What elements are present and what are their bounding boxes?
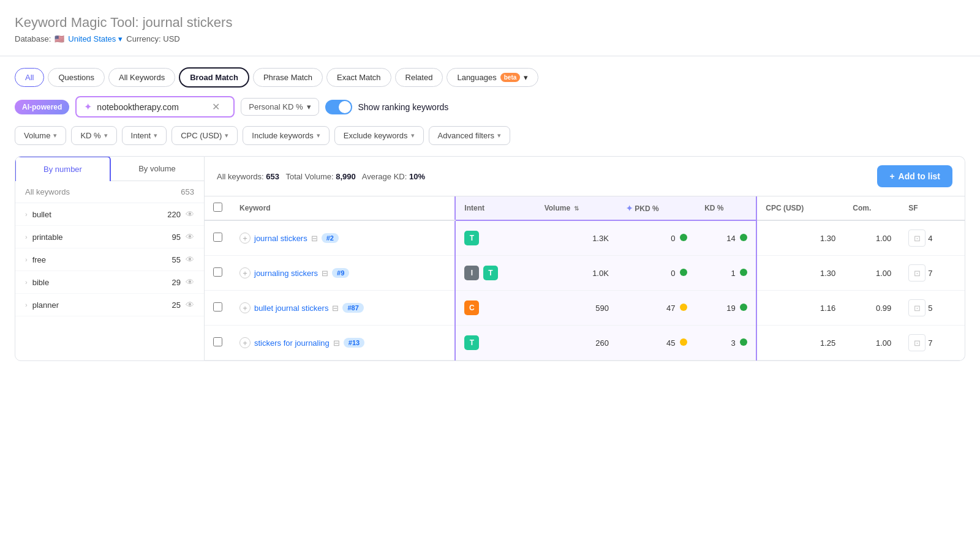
cpc-filter[interactable]: CPC (USD) ▾: [172, 126, 238, 145]
chevron-down-icon: ▾: [411, 132, 415, 140]
sidebar-all-keywords-count: 653: [181, 187, 194, 196]
eye-icon[interactable]: 👁: [186, 300, 194, 310]
include-keywords-filter[interactable]: Include keywords ▾: [243, 126, 329, 145]
table-view-icon[interactable]: ⊟: [322, 269, 328, 278]
clear-domain-button[interactable]: ✕: [212, 101, 220, 113]
chevron-down-icon: ▾: [497, 132, 501, 140]
intent-badge-i: I: [464, 266, 479, 280]
chevron-right-icon[interactable]: ›: [25, 301, 28, 308]
select-all-checkbox[interactable]: [213, 203, 222, 212]
eye-icon[interactable]: 👁: [186, 255, 194, 264]
domain-input[interactable]: [97, 102, 207, 112]
exclude-keywords-filter[interactable]: Exclude keywords ▾: [334, 126, 424, 145]
tab-broad-match[interactable]: Broad Match: [179, 67, 249, 88]
keyword-link[interactable]: stickers for journaling: [254, 338, 330, 348]
chevron-down-icon: ▾: [317, 132, 320, 140]
pkd-dot-green: [680, 234, 687, 241]
table-view-icon[interactable]: ⊟: [332, 304, 339, 313]
intent-column-header: Intent: [455, 196, 535, 220]
tab-phrase-match[interactable]: Phrase Match: [253, 68, 323, 87]
add-keyword-icon[interactable]: +: [239, 233, 251, 244]
header-divider: [0, 56, 980, 56]
rank-badge: #2: [322, 233, 339, 243]
main-area: By number By volume All keywords 653 › b…: [15, 156, 965, 361]
table-view-icon[interactable]: ⊟: [311, 234, 318, 243]
sidebar-items-container: › bullet 220 👁 › printable 95 👁 › free 5…: [15, 203, 204, 316]
row-checkbox[interactable]: [213, 337, 222, 346]
flag-icon: 🇺🇸: [55, 34, 64, 43]
kd-dot-green: [740, 234, 747, 241]
add-keyword-icon[interactable]: +: [239, 302, 251, 313]
chevron-right-icon[interactable]: ›: [25, 233, 28, 241]
row-checkbox[interactable]: [213, 233, 222, 242]
serp-icon[interactable]: ⊡: [908, 334, 925, 351]
kd-filter[interactable]: KD % ▾: [71, 126, 116, 145]
keyword-link[interactable]: journaling stickers: [254, 269, 318, 278]
rank-badge: #13: [344, 338, 364, 348]
row-checkbox[interactable]: [213, 267, 222, 277]
table-row: + bullet journal stickers ⊟ #87 C 590 47: [205, 291, 965, 326]
intent-badge-t: T: [483, 266, 498, 280]
sidebar: By number By volume All keywords 653 › b…: [15, 156, 205, 361]
list-item: › printable 95 👁: [15, 226, 204, 248]
eye-icon[interactable]: 👁: [186, 277, 194, 287]
toggle-label: Show ranking keywords: [358, 102, 449, 112]
serp-icon[interactable]: ⊡: [908, 264, 925, 282]
sort-icon: ⇅: [574, 205, 579, 212]
sidebar-tab-by-number[interactable]: By number: [15, 156, 111, 181]
keyword-link[interactable]: bullet journal stickers: [254, 304, 328, 313]
languages-label: Languages: [457, 73, 496, 82]
advanced-filters-filter[interactable]: Advanced filters ▾: [429, 126, 511, 145]
tab-languages[interactable]: Languages beta ▾: [447, 68, 538, 87]
avg-kd: 10%: [409, 172, 425, 181]
tab-all-keywords[interactable]: All Keywords: [108, 68, 175, 87]
ai-powered-badge: AI-powered: [15, 100, 69, 114]
sf-column-header: SF: [900, 196, 965, 220]
add-to-list-button[interactable]: + Add to list: [877, 165, 952, 187]
keyword-link[interactable]: journal stickers: [254, 234, 307, 243]
kd-select[interactable]: Personal KD % ▾: [241, 98, 318, 116]
volume-column-header: Volume ⇅: [536, 196, 617, 220]
table-row: + journal stickers ⊟ #2 T 1.3K 0: [205, 220, 965, 256]
chevron-right-icon[interactable]: ›: [25, 211, 28, 218]
sparkle-icon: ✦: [84, 101, 92, 113]
country-link[interactable]: United States ▾: [68, 34, 123, 43]
tab-all[interactable]: All: [15, 68, 44, 87]
rank-badge: #9: [332, 268, 349, 278]
tab-questions[interactable]: Questions: [48, 68, 105, 87]
tab-related[interactable]: Related: [395, 68, 443, 87]
add-keyword-icon[interactable]: +: [239, 337, 251, 348]
rank-badge: #87: [342, 303, 363, 313]
chevron-right-icon[interactable]: ›: [25, 256, 28, 263]
eye-icon[interactable]: 👁: [186, 209, 194, 219]
chevron-down-icon: ▾: [307, 102, 311, 111]
sidebar-header: All keywords 653: [15, 181, 204, 203]
content-area: All keywords: 653 Total Volume: 8,990 Av…: [205, 156, 965, 361]
intent-filter[interactable]: Intent ▾: [122, 126, 167, 145]
sparkle-icon: ✦: [626, 204, 633, 213]
chevron-right-icon[interactable]: ›: [25, 278, 28, 286]
sidebar-tab-by-volume[interactable]: By volume: [110, 157, 204, 181]
list-item: › planner 25 👁: [15, 294, 204, 316]
chevron-down-icon: ▾: [53, 132, 57, 140]
header-subtitle: Database: 🇺🇸 United States ▾ Currency: U…: [15, 34, 965, 43]
serp-icon[interactable]: ⊡: [908, 229, 925, 247]
add-keyword-icon[interactable]: +: [239, 267, 251, 278]
chevron-down-icon: ▾: [225, 132, 228, 140]
volume-filter[interactable]: Volume ▾: [15, 126, 66, 145]
serp-icon[interactable]: ⊡: [908, 299, 925, 316]
eye-icon[interactable]: 👁: [186, 232, 194, 242]
beta-badge: beta: [500, 73, 521, 82]
domain-input-wrap: ✦ ✕: [75, 96, 235, 118]
row-checkbox[interactable]: [213, 302, 222, 312]
filters-row: Volume ▾ KD % ▾ Intent ▾ CPC (USD) ▾ Inc…: [15, 126, 965, 145]
kd-label: Personal KD %: [249, 102, 303, 111]
chevron-down-icon: ▾: [104, 132, 108, 140]
show-ranking-toggle[interactable]: [325, 100, 352, 114]
table-view-icon[interactable]: ⊟: [333, 338, 340, 348]
keywords-table: Keyword Intent Volume ⇅ ✦ PKD % KD % CPC…: [205, 196, 965, 360]
pkd-dot-green: [680, 269, 687, 276]
tab-exact-match[interactable]: Exact Match: [326, 68, 391, 87]
list-item: › free 55 👁: [15, 248, 204, 271]
tabs-row: All Questions All Keywords Broad Match P…: [15, 67, 965, 88]
